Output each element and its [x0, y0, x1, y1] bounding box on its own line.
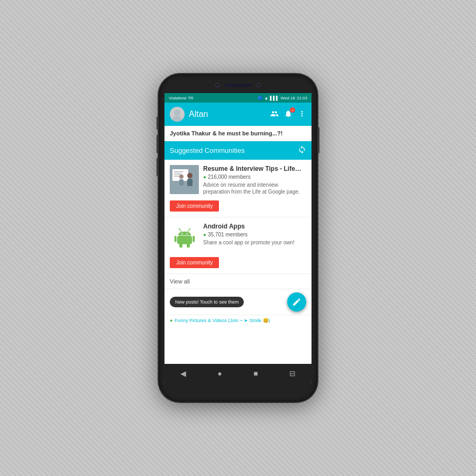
svg-line-11 [179, 229, 181, 232]
menu-button[interactable]: ⊟ [289, 369, 296, 378]
community-desc-android: Share a cool app or promote your own! [203, 239, 306, 246]
community-members-android: ● 35,701 members [203, 232, 306, 237]
toast-message[interactable]: New posts! Touch to see them [170, 297, 244, 307]
app-bar: Altan 1 [164, 103, 312, 126]
view-all-text: View all [170, 278, 190, 285]
fab-button[interactable] [287, 292, 306, 312]
members-icon: ● [203, 174, 206, 180]
notification-badge: 1 [290, 107, 295, 113]
svg-point-9 [179, 175, 184, 179]
status-bar: Vodafone TR 🔵 ▲ ▌▌▌ Wed 18 21:03 [164, 93, 312, 103]
community-image-resume [170, 165, 199, 194]
svg-rect-20 [174, 235, 176, 242]
section-title: Suggested Communities [170, 147, 245, 154]
volume-down-button[interactable] [157, 135, 159, 153]
post-strip: Jyotika Thakur & he must be burning...?! [164, 126, 312, 141]
app-bar-actions: 1 [270, 109, 306, 120]
time-text: 21:03 [297, 96, 307, 100]
phone-top-hardware [163, 80, 313, 90]
date-text: Wed 18 [281, 96, 295, 100]
svg-rect-21 [193, 235, 195, 242]
svg-point-12 [178, 228, 179, 229]
svg-point-14 [189, 228, 190, 229]
notification-text: Funny Pictures & Videos (Join ~ ➤ Smile … [175, 318, 270, 323]
community-top-android: Android Apps ● 35,701 members Share a co… [170, 223, 306, 252]
svg-line-13 [188, 229, 190, 232]
community-name-resume: Resume & Interview Tips - Life… [203, 165, 306, 172]
add-people-icon[interactable] [270, 109, 279, 120]
view-all[interactable]: View all [164, 274, 312, 289]
carrier-text: Vodafone TR [169, 96, 194, 100]
front-camera [215, 83, 219, 87]
members-icon-android: ● [203, 232, 206, 237]
community-top: Resume & Interview Tips - Life… ● 216,00… [170, 165, 306, 195]
notif-icon: ● [170, 318, 172, 323]
members-count-resume: 216,000 members [208, 174, 251, 180]
post-author: Jyotika Thakur [170, 130, 211, 136]
post-text: & he must be burning...?! [211, 130, 283, 136]
sensor [257, 83, 261, 87]
community-info-resume: Resume & Interview Tips - Life… ● 216,00… [203, 165, 306, 195]
svg-point-7 [187, 173, 193, 178]
wifi-icon: ▲ [264, 96, 269, 100]
members-count-android: 35,701 members [208, 232, 248, 237]
notifications-icon[interactable]: 1 [284, 109, 292, 120]
recent-apps-button[interactable]: ■ [253, 369, 258, 378]
communities-list: Resume & Interview Tips - Life… ● 216,00… [164, 160, 312, 364]
refresh-icon[interactable] [298, 145, 306, 155]
phone-device: Vodafone TR 🔵 ▲ ▌▌▌ Wed 18 21:03 Altan [159, 74, 317, 402]
earpiece-speaker [225, 84, 251, 87]
svg-rect-23 [187, 243, 190, 248]
svg-point-1 [172, 116, 182, 122]
svg-point-17 [181, 233, 182, 234]
phone-screen: Vodafone TR 🔵 ▲ ▌▌▌ Wed 18 21:03 Altan [164, 93, 312, 383]
bottom-area: New posts! Touch to see them [164, 289, 312, 315]
home-button[interactable]: ● [217, 369, 222, 378]
join-community-button-android[interactable]: Join community [170, 257, 219, 268]
silent-button[interactable] [157, 158, 159, 176]
power-button[interactable] [317, 127, 319, 153]
svg-rect-10 [179, 179, 184, 186]
back-button[interactable]: ◀ [180, 369, 186, 378]
bluetooth-icon: 🔵 [258, 96, 263, 100]
community-info-android: Android Apps ● 35,701 members Share a co… [203, 223, 306, 252]
community-members-resume: ● 216,000 members [203, 174, 306, 180]
svg-point-0 [174, 109, 180, 116]
community-name-android: Android Apps [203, 223, 306, 230]
more-options-icon[interactable] [298, 109, 306, 120]
app-bar-title: Altan [189, 109, 266, 119]
signal-icon: ▌▌▌ [270, 96, 279, 100]
svg-point-18 [187, 233, 188, 234]
community-desc-resume: Advice on resume and interview preparati… [203, 181, 306, 195]
community-card: Resume & Interview Tips - Life… ● 216,00… [164, 160, 312, 217]
svg-rect-22 [179, 243, 182, 248]
svg-rect-19 [177, 235, 192, 244]
community-image-android [170, 223, 199, 252]
notification-bar[interactable]: ● Funny Pictures & Videos (Join ~ ➤ Smil… [164, 315, 312, 326]
status-icons: 🔵 ▲ ▌▌▌ Wed 18 21:03 [258, 96, 307, 100]
join-community-button-resume[interactable]: Join community [170, 200, 219, 212]
user-avatar[interactable] [170, 107, 185, 122]
navigation-bar: ◀ ● ■ ⊟ [164, 364, 312, 383]
svg-rect-8 [187, 179, 193, 186]
section-header: Suggested Communities [164, 141, 312, 160]
volume-up-button[interactable] [157, 116, 159, 130]
community-card-android: Android Apps ● 35,701 members Share a co… [164, 217, 312, 274]
